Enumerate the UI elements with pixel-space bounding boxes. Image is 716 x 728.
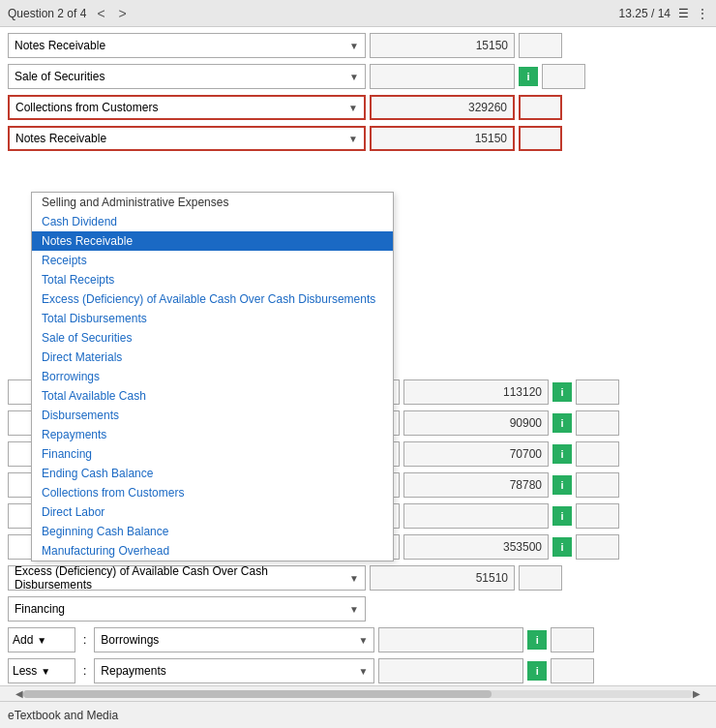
add-label: Add (13, 633, 33, 647)
excess-label: Excess (Deficiency) of Available Cash Ov… (15, 564, 343, 592)
middle-input-4[interactable]: 78780 (403, 472, 549, 498)
scrollbar-track[interactable] (23, 690, 693, 698)
notes-receivable-dropdown-1[interactable]: Notes Receivable ▼ (8, 33, 366, 58)
page-info-area: 13.25 / 14 ☰ ⋮ (619, 7, 708, 20)
row-notes-receivable-1: Notes Receivable ▼ 15150 (8, 33, 708, 58)
dropdown-item-borrowings[interactable]: Borrowings (32, 367, 393, 386)
borrowings-input[interactable] (378, 627, 523, 652)
middle-input-5[interactable] (403, 503, 549, 529)
more-icon[interactable]: ⋮ (697, 7, 708, 20)
footer-text: eTextbook and Media (8, 709, 118, 722)
chevron-down-icon-14: ▼ (358, 635, 368, 646)
middle-input-1[interactable]: 113120 (403, 379, 549, 405)
top-bar: Question 2 of 4 < > 13.25 / 14 ☰ ⋮ (0, 0, 716, 27)
borrowings-label: Borrowings (101, 633, 159, 647)
blank-box-excess (519, 565, 562, 591)
info-button-2[interactable]: i (552, 413, 572, 433)
dropdown-item-disbursements[interactable]: Disbursements (32, 406, 393, 425)
notes-receivable-label-1: Notes Receivable (15, 39, 105, 52)
chevron-down-icon-12: ▼ (349, 604, 359, 615)
chevron-down-icon-2: ▼ (349, 72, 359, 82)
excess-input[interactable]: 51510 (370, 565, 515, 591)
financing-dropdown[interactable]: Financing ▼ (8, 596, 366, 622)
row-financing: Financing ▼ (8, 596, 708, 622)
info-button-4[interactable]: i (552, 475, 572, 495)
notes-receivable-label-2: Notes Receivable (15, 132, 106, 145)
chevron-down-icon-13: ▼ (37, 635, 46, 646)
collections-label: Collections from Customers (15, 101, 158, 114)
horizontal-scrollbar[interactable]: ◀ ▶ (0, 685, 716, 701)
dropdown-item-ending[interactable]: Ending Cash Balance (32, 464, 393, 483)
middle-input-3[interactable]: 70700 (403, 441, 549, 467)
scroll-left-arrow[interactable]: ◀ (15, 688, 23, 699)
scrollbar-thumb[interactable] (23, 690, 492, 698)
dropdown-item-sale-sec[interactable]: Sale of Securities (32, 328, 393, 348)
chevron-down-icon: ▼ (349, 41, 359, 51)
dropdown-item-total-receipts[interactable]: Total Receipts (32, 270, 393, 289)
dropdown-item-collections[interactable]: Collections from Customers (32, 483, 393, 502)
notes-receivable-input-2[interactable]: 15150 (370, 126, 515, 151)
dropdown-item-cashdiv[interactable]: Cash Dividend (32, 212, 393, 231)
row-sale-securities: Sale of Securities ▼ i (8, 64, 708, 89)
blank-box-m2 (576, 410, 619, 436)
less-prefix-select[interactable]: Less ▼ (8, 658, 75, 683)
collections-dropdown[interactable]: Collections from Customers ▼ (8, 95, 366, 120)
question-label: Question 2 of 4 (8, 7, 86, 20)
menu-icon[interactable]: ☰ (678, 7, 689, 20)
collections-input[interactable]: 329260 (370, 95, 515, 120)
dropdown-item-total-disb[interactable]: Total Disbursements (32, 309, 393, 328)
blank-box-3 (519, 95, 562, 120)
dropdown-item-notes[interactable]: Notes Receivable (32, 231, 393, 251)
row-excess: Excess (Deficiency) of Available Cash Ov… (8, 565, 708, 591)
row-notes-receivable-2: Notes Receivable ▼ 15150 (8, 126, 708, 151)
row-less-repayments: Less ▼ : Repayments ▼ i (8, 658, 708, 683)
dropdown-item-financing[interactable]: Financing (32, 444, 393, 464)
less-label: Less (13, 664, 37, 678)
chevron-down-icon-11: ▼ (349, 573, 359, 584)
dropdown-item-receipts[interactable]: Receipts (32, 251, 393, 270)
info-button-1[interactable]: i (552, 382, 572, 402)
info-button-less[interactable]: i (527, 661, 547, 681)
dropdown-item-direct-labor[interactable]: Direct Labor (32, 502, 393, 522)
dropdown-item-repayments[interactable]: Repayments (32, 425, 393, 444)
blank-box-m5 (576, 503, 619, 529)
excess-dropdown[interactable]: Excess (Deficiency) of Available Cash Ov… (8, 565, 366, 591)
dropdown-item-selling[interactable]: Selling and Administrative Expenses (32, 193, 393, 212)
dropdown-item-beginning[interactable]: Beginning Cash Balance (32, 522, 393, 541)
prev-arrow[interactable]: < (94, 6, 107, 21)
chevron-down-icon-16: ▼ (358, 666, 368, 677)
blank-box-m1 (576, 379, 619, 405)
question-nav: Question 2 of 4 < > (8, 6, 130, 21)
chevron-down-icon-4: ▼ (348, 134, 358, 144)
info-button-add[interactable]: i (527, 630, 547, 650)
blank-box-1 (519, 33, 562, 58)
dropdown-item-excess[interactable]: Excess (Deficiency) of Available Cash Ov… (32, 289, 393, 309)
blank-box-2 (542, 64, 585, 89)
footer: eTextbook and Media (0, 701, 716, 728)
blank-box-add (551, 627, 594, 652)
blank-box-m4 (576, 472, 619, 498)
dropdown-item-mfg-overhead[interactable]: Manufacturing Overhead (32, 541, 393, 561)
next-arrow[interactable]: > (116, 6, 130, 21)
repayments-input[interactable] (378, 658, 523, 683)
blank-box-4 (519, 126, 562, 151)
repayments-label: Repayments (101, 664, 165, 678)
info-button-6[interactable]: i (552, 537, 572, 557)
sale-securities-input[interactable] (370, 64, 515, 89)
repayments-dropdown[interactable]: Repayments ▼ (94, 658, 374, 683)
notes-receivable-dropdown-2[interactable]: Notes Receivable ▼ (8, 126, 366, 151)
sale-securities-dropdown[interactable]: Sale of Securities ▼ (8, 64, 366, 89)
info-button-sale[interactable]: i (519, 67, 538, 86)
add-prefix-select[interactable]: Add ▼ (8, 627, 75, 652)
info-button-5[interactable]: i (552, 506, 572, 526)
dropdown-menu: Selling and Administrative Expenses Cash… (31, 192, 394, 561)
blank-box-m3 (576, 441, 619, 467)
scroll-right-arrow[interactable]: ▶ (693, 688, 701, 699)
dropdown-item-total-avail[interactable]: Total Available Cash (32, 386, 393, 406)
borrowings-dropdown[interactable]: Borrowings ▼ (94, 627, 374, 652)
middle-input-6[interactable]: 353500 (403, 534, 549, 560)
info-button-3[interactable]: i (552, 444, 572, 464)
notes-receivable-input-1[interactable]: 15150 (370, 33, 515, 58)
dropdown-item-direct-mat[interactable]: Direct Materials (32, 348, 393, 367)
middle-input-2[interactable]: 90900 (403, 410, 549, 436)
